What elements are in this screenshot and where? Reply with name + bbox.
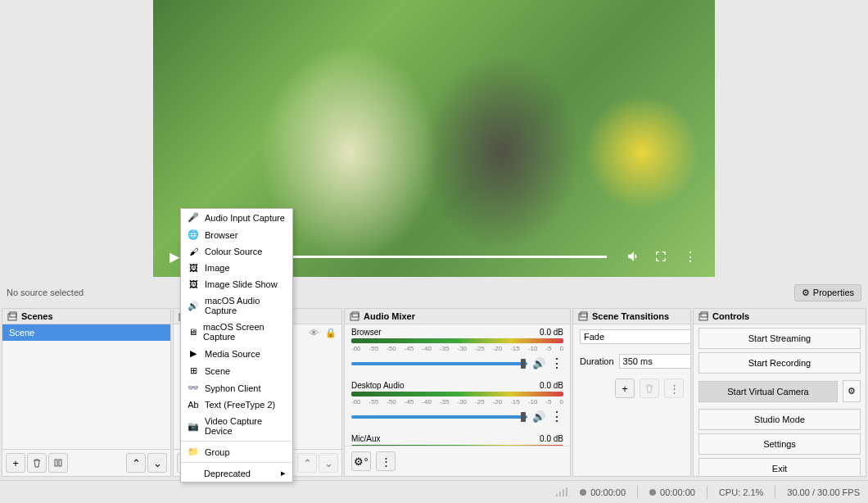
source-up-button[interactable]: ⌃	[297, 453, 317, 473]
properties-button[interactable]: ⚙ Properties	[794, 284, 861, 301]
duration-label: Duration	[580, 356, 614, 366]
status-bar: 00:00:00 00:00:00 CPU: 2.1% 30.00 / 30.0…	[0, 480, 868, 503]
control-button[interactable]: Studio Mode	[698, 409, 861, 430]
menu-item[interactable]: ▶Media Source	[181, 345, 292, 362]
menu-item-label: Syphon Client	[205, 383, 261, 393]
channel-name: Mic/Aux	[351, 434, 381, 443]
control-button[interactable]: Start Virtual Camera	[698, 381, 838, 402]
scene-down-button[interactable]: ⌄	[147, 453, 167, 473]
menu-item-icon: 👓	[188, 383, 199, 393]
svg-rect-11	[701, 312, 708, 317]
fps-status: 30.00 / 30.00 FPS	[787, 487, 860, 497]
mixer-settings-button[interactable]: ⚙°	[351, 451, 371, 471]
eye-icon[interactable]: 👁	[310, 328, 319, 338]
volume-slider[interactable]	[351, 415, 527, 419]
menu-item-label: Colour Source	[205, 247, 262, 256]
menu-item-icon: 🎤	[188, 212, 199, 223]
menu-item[interactable]: 🖥macOS Screen Capture	[181, 319, 292, 345]
transition-type-select[interactable]	[580, 329, 690, 344]
svg-rect-3	[59, 460, 61, 466]
add-transition-button[interactable]: +	[615, 378, 635, 398]
channel-menu-icon[interactable]: ⋮	[550, 409, 563, 424]
dock-icon	[7, 311, 17, 321]
menu-item-label: Image Slide Show	[205, 279, 278, 289]
svg-rect-13	[559, 492, 561, 496]
menu-item-deprecated[interactable]: Deprecated ▸	[181, 464, 292, 482]
fullscreen-icon[interactable]	[654, 250, 671, 263]
cpu-status: CPU: 2.1%	[719, 487, 763, 497]
svg-rect-12	[556, 494, 558, 496]
chevron-right-icon: ▸	[281, 468, 286, 478]
remove-transition-button[interactable]	[640, 378, 659, 398]
meter-scale: -60-55-50-45-40-35-30-25-20-15-10-50	[351, 398, 563, 406]
scenes-panel: Scenes Scene + ⌃ ⌄	[2, 308, 171, 477]
audio-meter	[351, 392, 563, 397]
remove-scene-button[interactable]	[27, 453, 47, 473]
menu-item-group[interactable]: 📁 Group	[181, 443, 292, 460]
scene-item[interactable]: Scene	[2, 324, 170, 341]
add-scene-button[interactable]: +	[6, 453, 25, 473]
duration-input[interactable]	[619, 354, 690, 369]
menu-item-label: Video Capture Device	[205, 416, 286, 436]
dock-icon	[698, 311, 708, 321]
menu-item[interactable]: ⊞Scene	[181, 362, 292, 379]
virtual-cam-settings-button[interactable]: ⚙	[843, 380, 861, 402]
audio-mixer-panel: Audio Mixer Browser0.0 dB -60-55-50-45-4…	[344, 308, 571, 477]
meter-scale: -60-55-50-45-40-35-30-25-20-15-10-50	[351, 345, 563, 352]
mixer-menu-button[interactable]: ⋮	[376, 451, 396, 471]
scene-up-button[interactable]: ⌃	[126, 453, 146, 473]
panel-title: Scene Transitions	[592, 311, 669, 321]
menu-item-icon: 📷	[188, 421, 199, 432]
mixer-channel: Mic/Aux0.0 dB -60-55-50-45-40-35-30-25-2…	[345, 431, 570, 446]
channel-name: Desktop Audio	[351, 381, 405, 390]
gear-icon: ⚙	[802, 288, 810, 298]
volume-slider[interactable]	[351, 362, 527, 365]
menu-item[interactable]: 👓Syphon Client	[181, 379, 292, 397]
menu-item-icon: 🖼	[188, 279, 199, 289]
transitions-panel: Scene Transitions ˄˅ Duration ˄˅ + ⋮	[572, 308, 691, 477]
volume-icon[interactable]	[626, 249, 643, 264]
menu-item-label: macOS Audio Capture	[205, 296, 286, 315]
channel-name: Browser	[351, 328, 382, 337]
menu-item-icon: 🖌	[188, 247, 199, 256]
control-button[interactable]: Exit	[698, 458, 861, 476]
menu-item-label: macOS Screen Capture	[203, 322, 286, 342]
menu-item-icon: 🔊	[188, 301, 199, 311]
panel-title: Scenes	[21, 311, 53, 321]
menu-item[interactable]: 🖼Image Slide Show	[181, 276, 292, 292]
network-icon	[555, 487, 568, 497]
rec-dot-icon	[649, 489, 656, 496]
menu-item-icon: ⊞	[188, 365, 199, 376]
source-down-button[interactable]: ⌄	[319, 453, 338, 473]
svg-rect-9	[581, 312, 587, 317]
more-icon[interactable]: ⋮	[682, 249, 698, 265]
menu-item[interactable]: AbText (FreeType 2)	[181, 397, 292, 413]
svg-rect-2	[55, 460, 57, 466]
menu-item[interactable]: 🌐Browser	[181, 226, 292, 243]
svg-rect-1	[10, 312, 16, 317]
channel-level: 0.0 dB	[540, 434, 563, 443]
scene-filter-button[interactable]	[48, 453, 68, 473]
menu-item[interactable]: 🖼Image	[181, 260, 292, 276]
menu-item-label: Image	[205, 263, 230, 273]
panel-title: Controls	[712, 311, 749, 321]
transition-menu-button[interactable]: ⋮	[664, 378, 684, 398]
add-source-menu: 🎤Audio Input Capture🌐Browser🖌Colour Sour…	[180, 208, 293, 483]
menu-item[interactable]: 🖌Colour Source	[181, 243, 292, 260]
control-button[interactable]: Start Streaming	[698, 328, 861, 349]
control-button[interactable]: Settings	[698, 433, 861, 455]
menu-item[interactable]: 📷Video Capture Device	[181, 413, 292, 439]
menu-item[interactable]: 🔊macOS Audio Capture	[181, 292, 292, 319]
lock-icon[interactable]: 🔒	[325, 328, 337, 338]
menu-item-label: Media Source	[205, 349, 260, 359]
dock-icon	[578, 311, 588, 321]
menu-item[interactable]: 🎤Audio Input Capture	[181, 209, 292, 226]
folder-icon: 📁	[188, 446, 199, 457]
control-button[interactable]: Start Recording	[698, 352, 861, 374]
speaker-icon[interactable]: 🔊	[532, 357, 545, 369]
speaker-icon[interactable]: 🔊	[532, 410, 545, 423]
channel-menu-icon[interactable]: ⋮	[550, 356, 563, 371]
play-icon[interactable]: ▶	[170, 249, 179, 265]
menu-item-icon: ▶	[188, 348, 199, 359]
menu-item-label: Scene	[205, 366, 230, 376]
